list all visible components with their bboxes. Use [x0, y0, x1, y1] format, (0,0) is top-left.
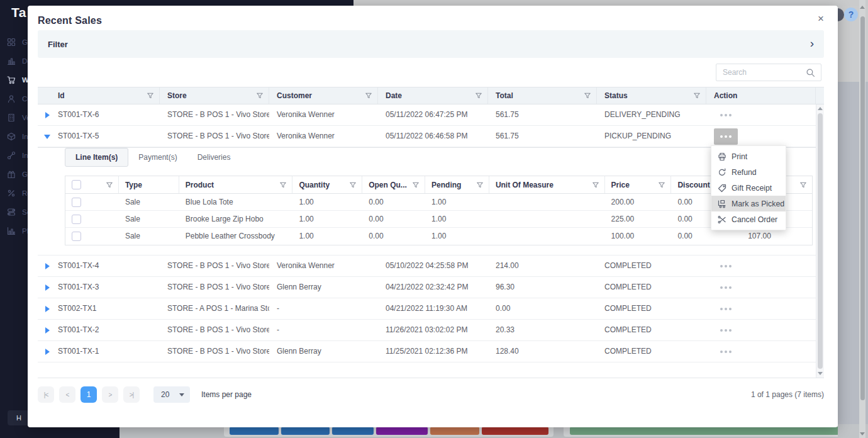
- row-actions-button[interactable]: [714, 258, 738, 274]
- filter-icon[interactable]: [799, 181, 807, 189]
- last-page-button[interactable]: >|: [123, 386, 140, 403]
- table-scrollbar-thumb[interactable]: [818, 113, 823, 369]
- expand-row-button[interactable]: [45, 284, 50, 291]
- filter-icon[interactable]: [349, 181, 357, 189]
- scroll-down-icon[interactable]: [818, 372, 823, 375]
- category-button[interactable]: [281, 427, 330, 435]
- filter-icon[interactable]: [693, 92, 701, 99]
- row-actions-button[interactable]: [714, 279, 738, 296]
- search-input[interactable]: [716, 68, 806, 77]
- cell-id: ST001-TX-1: [38, 341, 160, 362]
- cell-date: 11/26/2021 03:02:02 PM: [378, 320, 488, 340]
- expand-row-button[interactable]: [45, 263, 50, 269]
- menu-item-gift-receipt[interactable]: Gift Receipt: [711, 180, 786, 196]
- help-button[interactable]: ?: [844, 8, 858, 21]
- table-row[interactable]: ST001-TX-1STORE - B POS 1 - Vivo StoreGl…: [38, 341, 824, 362]
- next-page-button[interactable]: >: [102, 386, 118, 403]
- filter-icon[interactable]: [412, 181, 420, 189]
- line-items-column-header[interactable]: Open Qu...: [362, 176, 425, 193]
- table-row[interactable]: ST001-TX-4STORE - B POS 1 - Vivo StoreVe…: [38, 256, 824, 277]
- table-row[interactable]: ST001-TX-6STORE - B POS 1 - Vivo StoreVe…: [38, 104, 824, 126]
- tab-line-item-s-[interactable]: Line Item(s): [65, 148, 128, 167]
- cell-uom: [489, 228, 605, 245]
- filter-icon[interactable]: [584, 92, 591, 99]
- page-scrollbar-thumb[interactable]: [860, 16, 865, 400]
- category-button[interactable]: [332, 427, 374, 435]
- column-header-customer[interactable]: Customer: [269, 87, 378, 104]
- cell-action: [706, 256, 816, 276]
- line-item-row[interactable]: SalePebble Leather Crossbody1.000.001.00…: [65, 228, 812, 245]
- menu-item-mark-as-picked[interactable]: Mark as Picked: [711, 196, 786, 211]
- line-items-column-header[interactable]: Quantity: [292, 176, 362, 193]
- line-items-column-header[interactable]: Unit Of Measure: [489, 176, 605, 193]
- page-scrollbar[interactable]: [859, 0, 865, 438]
- scroll-up-icon[interactable]: [860, 6, 865, 9]
- column-header-id[interactable]: Id: [38, 87, 160, 104]
- tab-deliveries[interactable]: Deliveries: [187, 148, 241, 167]
- select-cell: [65, 211, 119, 227]
- filter-icon[interactable]: [147, 92, 154, 99]
- filter-icon[interactable]: [476, 181, 484, 189]
- scroll-down-icon[interactable]: [860, 432, 865, 435]
- expand-row-button[interactable]: [45, 306, 50, 312]
- row-actions-button[interactable]: [714, 344, 738, 360]
- line-item-row[interactable]: SaleBlue Lola Tote1.000.001.00200.000.00: [65, 194, 812, 211]
- filter-icon[interactable]: [475, 92, 482, 99]
- line-item-row[interactable]: SaleBrooke Large Zip Hobo1.000.001.00225…: [65, 211, 812, 228]
- column-header-status[interactable]: Status: [597, 87, 706, 104]
- expand-row-button[interactable]: [45, 349, 50, 355]
- page-size-select[interactable]: 20: [153, 386, 190, 403]
- prev-page-button[interactable]: <: [59, 386, 75, 403]
- filter-icon[interactable]: [279, 181, 287, 189]
- row-actions-button[interactable]: [714, 322, 738, 339]
- line-items-column-header[interactable]: Price: [605, 176, 672, 193]
- line-items-column-header[interactable]: Pending: [425, 176, 489, 193]
- filter-panel[interactable]: Filter ›: [38, 30, 824, 58]
- table-row[interactable]: ST001-TX-3STORE - B POS 1 - Vivo StoreGl…: [38, 277, 824, 298]
- expand-row-button[interactable]: [45, 112, 50, 118]
- current-page-button[interactable]: 1: [81, 386, 97, 403]
- select-all-checkbox[interactable]: [72, 180, 81, 189]
- row-id: ST001-TX-6: [58, 110, 99, 119]
- filter-icon[interactable]: [592, 181, 599, 189]
- table-scrollbar[interactable]: [816, 104, 824, 378]
- column-header-date[interactable]: Date: [378, 87, 488, 104]
- column-header-label: Status: [604, 91, 628, 100]
- cell-store: STORE - B POS 1 - Vivo Store: [160, 126, 269, 147]
- row-checkbox[interactable]: [72, 198, 81, 207]
- table-row[interactable]: ST001-TX-5STORE - B POS 1 - Vivo StoreVe…: [38, 126, 824, 147]
- table-row[interactable]: ST002-TX1STORE - A POS 1 - Marina Store-…: [38, 298, 824, 320]
- close-button[interactable]: ×: [818, 13, 824, 24]
- menu-item-refund[interactable]: Refund: [711, 164, 786, 180]
- row-checkbox[interactable]: [72, 215, 81, 224]
- category-button[interactable]: [482, 427, 548, 435]
- bar-chart-icon: [7, 57, 16, 66]
- category-button[interactable]: [376, 427, 428, 435]
- cell-total: 561.75: [488, 104, 597, 125]
- filter-icon[interactable]: [658, 181, 665, 189]
- column-header-store[interactable]: Store: [160, 87, 269, 104]
- filter-icon[interactable]: [256, 92, 264, 99]
- menu-item-cancel-order[interactable]: Cancel Order: [711, 211, 786, 227]
- column-header-action[interactable]: Action: [706, 87, 816, 104]
- collapse-row-button[interactable]: [44, 135, 50, 139]
- table-row[interactable]: ST001-TX-2STORE - B POS 1 - Vivo Store-1…: [38, 320, 824, 341]
- category-button[interactable]: [430, 427, 479, 435]
- row-actions-button[interactable]: [714, 301, 738, 317]
- scroll-up-icon[interactable]: [818, 107, 823, 110]
- tab-payment-s-[interactable]: Payment(s): [128, 148, 187, 167]
- category-bar-wide[interactable]: [570, 427, 839, 435]
- filter-icon[interactable]: [365, 92, 372, 99]
- menu-item-print[interactable]: Print: [711, 149, 786, 164]
- line-items-column-header[interactable]: Product: [179, 176, 293, 193]
- expand-row-button[interactable]: [45, 327, 50, 334]
- line-items-column-header[interactable]: Type: [119, 176, 179, 193]
- row-checkbox[interactable]: [72, 232, 81, 241]
- cell-action: [706, 277, 816, 298]
- column-header-total[interactable]: Total: [488, 87, 597, 104]
- category-button[interactable]: [230, 427, 279, 435]
- first-page-button[interactable]: |<: [38, 386, 54, 403]
- row-actions-button[interactable]: [714, 128, 738, 145]
- filter-icon[interactable]: [106, 181, 113, 189]
- row-actions-button[interactable]: [714, 107, 738, 123]
